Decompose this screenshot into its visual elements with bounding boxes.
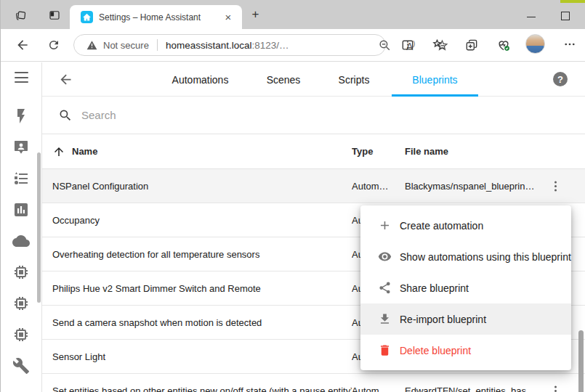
window-maximize-button[interactable] [561, 12, 570, 20]
blueprint-name: Occupancy [52, 215, 100, 226]
browser-tab-strip: Settings – Home Assistant × + [1, 0, 585, 29]
column-header-type[interactable]: Type [352, 146, 405, 157]
wrench-icon[interactable] [12, 357, 30, 375]
lightning-icon[interactable] [12, 107, 30, 125]
tab-blueprints[interactable]: Blueprints [392, 62, 478, 97]
browser-essentials-icon[interactable] [496, 38, 511, 52]
back-arrow-icon[interactable] [58, 72, 73, 87]
download-icon [378, 312, 392, 326]
collections-icon[interactable] [464, 38, 479, 52]
tab-scenes[interactable]: Scenes [255, 62, 312, 97]
row-overflow-menu-icon[interactable] [549, 179, 562, 193]
search-icon [58, 108, 73, 123]
tab-title: Settings – Home Assistant [99, 12, 222, 23]
menu-item-create-automation[interactable]: Create automation [360, 210, 571, 241]
menu-item-reimport-blueprint[interactable]: Re-import blueprint [360, 303, 571, 335]
menu-item-show-automations[interactable]: Show automations using this blueprint [360, 241, 571, 272]
blueprint-type: Autom… [352, 385, 405, 392]
trash-icon [378, 343, 392, 357]
new-tab-button[interactable]: + [249, 8, 262, 22]
url-host: homeassistant.local [166, 40, 252, 51]
person-card-icon[interactable] [12, 139, 30, 156]
tab-actions-icon[interactable] [48, 9, 61, 22]
search-bar [42, 97, 585, 134]
blueprint-name: NSPanel Configuration [52, 181, 148, 192]
browser-back-icon[interactable] [15, 38, 30, 52]
security-status[interactable]: Not secure [103, 40, 149, 51]
help-icon[interactable]: ? [553, 72, 568, 86]
browser-toolbar: Not secure homeassistant.local :8123/… A… [1, 29, 585, 62]
zoom-out-icon[interactable] [378, 38, 392, 52]
cloud-icon[interactable] [12, 232, 30, 250]
menu-item-label: Share blueprint [400, 282, 469, 294]
workspaces-icon[interactable] [15, 9, 28, 22]
blueprint-name: Overheating detection for all temperatur… [52, 249, 259, 260]
content-area: Automations Scenes Scripts Blueprints ? … [42, 62, 585, 392]
chip-icon[interactable] [12, 326, 30, 343]
plus-icon [378, 219, 392, 232]
address-divider [157, 39, 158, 51]
chip-icon[interactable] [12, 295, 30, 312]
blueprint-context-menu: Create automation Show automations using… [360, 205, 571, 370]
menu-item-label: Show automations using this blueprint [400, 251, 571, 263]
sidebar [1, 62, 42, 392]
tab-automations[interactable]: Automations [158, 62, 242, 97]
table-row[interactable]: NSPanel Configuration Autom… Blackymas/n… [42, 169, 585, 203]
menu-item-delete-blueprint[interactable]: Delete blueprint [360, 335, 571, 366]
sort-ascending-icon[interactable] [52, 145, 65, 158]
menu-hamburger-icon[interactable] [15, 72, 28, 83]
blueprint-name: Sensor Light [52, 351, 105, 362]
blueprint-type: Autom… [352, 181, 405, 192]
eye-icon [378, 250, 392, 264]
column-header-file[interactable]: File name [405, 146, 543, 157]
list-icon[interactable] [12, 170, 30, 187]
tab-scripts[interactable]: Scripts [326, 62, 382, 97]
menu-item-label: Delete blueprint [400, 345, 471, 356]
settings-header: Automations Scenes Scripts Blueprints ? [42, 62, 585, 97]
sidebar-scrollbar[interactable] [37, 152, 41, 303]
chart-box-icon[interactable] [12, 201, 30, 219]
blueprint-name: Philips Hue v2 Smart Dimmer Switch and R… [52, 283, 261, 294]
blueprint-file: EdwardTFN/set_entities_bas… [405, 385, 543, 392]
browser-tab[interactable]: Settings – Home Assistant × [70, 5, 242, 29]
refresh-icon[interactable] [47, 38, 60, 52]
favorites-list-icon[interactable] [432, 38, 446, 52]
split-screen-icon[interactable] [400, 38, 415, 52]
menu-item-share-blueprint[interactable]: Share blueprint [360, 272, 571, 303]
column-header-name[interactable]: Name [72, 146, 97, 157]
blueprint-name: Set entities based on other entities new… [52, 385, 352, 392]
tab-close-icon[interactable]: × [222, 11, 235, 24]
profile-avatar[interactable] [525, 34, 545, 54]
window-minimize-button[interactable] [527, 17, 536, 17]
address-bar[interactable]: Not secure homeassistant.local :8123/… A… [73, 34, 386, 56]
share-icon [378, 281, 392, 295]
table-row[interactable]: Set entities based on other entities new… [42, 374, 585, 392]
row-overflow-menu-icon[interactable] [549, 384, 562, 392]
screen-edge-artifact [560, 0, 585, 3]
table-header: Name Type File name [42, 134, 585, 169]
browser-menu-icon[interactable] [563, 38, 576, 52]
chip-icon[interactable] [12, 264, 30, 281]
menu-item-label: Re-import blueprint [400, 314, 486, 325]
blueprint-file: Blackymas/nspanel_blueprin… [405, 181, 543, 192]
blueprint-name: Send a camera snapshot when motion is de… [52, 317, 262, 328]
home-assistant-app: Automations Scenes Scripts Blueprints ? … [1, 62, 585, 392]
browser-window: Settings – Home Assistant × + Not secure… [0, 0, 585, 392]
content-scrollbar[interactable] [578, 330, 584, 392]
not-secure-warning-icon [86, 40, 97, 51]
home-assistant-favicon [81, 11, 93, 23]
menu-item-label: Create automation [400, 220, 483, 232]
url-path: :8123/… [251, 40, 289, 51]
search-input[interactable] [81, 109, 517, 121]
